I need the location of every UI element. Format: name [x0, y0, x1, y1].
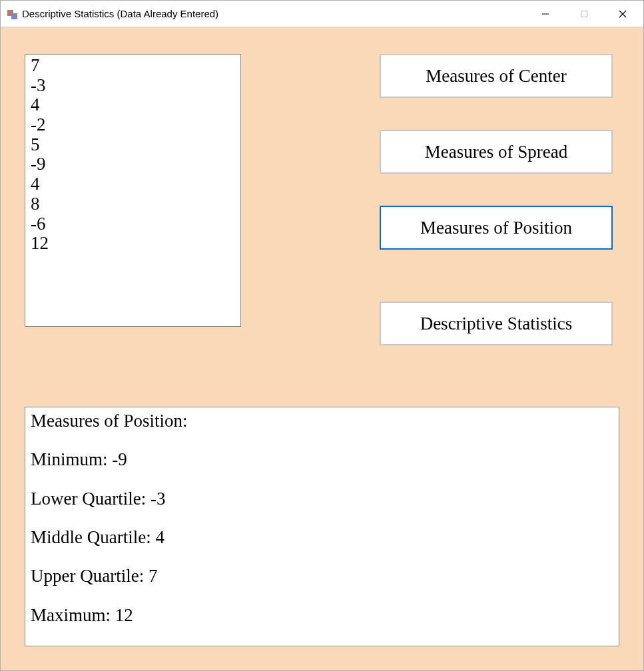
minimize-button[interactable] — [526, 1, 565, 27]
measures-of-center-button[interactable]: Measures of Center — [380, 54, 613, 98]
titlebar: Descriptive Statistics (Data Already Ent… — [1, 1, 643, 27]
top-row: 7 -3 4 -2 5 -9 4 8 -6 12 Measures of Cen… — [25, 54, 619, 345]
button-label: Measures of Spread — [425, 142, 567, 162]
window-title: Descriptive Statistics (Data Already Ent… — [22, 8, 526, 19]
client-area: 7 -3 4 -2 5 -9 4 8 -6 12 Measures of Cen… — [1, 27, 643, 670]
button-label: Measures of Position — [420, 218, 572, 238]
measures-of-spread-button[interactable]: Measures of Spread — [380, 130, 613, 174]
window-controls — [526, 1, 642, 27]
button-label: Descriptive Statistics — [420, 314, 573, 334]
stat-button-column: Measures of Center Measures of Spread Me… — [380, 54, 619, 345]
measures-of-position-button[interactable]: Measures of Position — [380, 206, 613, 250]
close-button[interactable] — [603, 1, 642, 27]
output-textbox[interactable]: Measures of Position: Minimum: -9 Lower … — [25, 407, 619, 646]
button-label: Measures of Center — [426, 66, 566, 87]
app-icon — [7, 9, 18, 19]
svg-rect-1 — [581, 11, 587, 17]
data-listbox[interactable]: 7 -3 4 -2 5 -9 4 8 -6 12 — [25, 54, 241, 327]
descriptive-statistics-button[interactable]: Descriptive Statistics — [380, 302, 613, 345]
maximize-button[interactable] — [565, 1, 603, 27]
